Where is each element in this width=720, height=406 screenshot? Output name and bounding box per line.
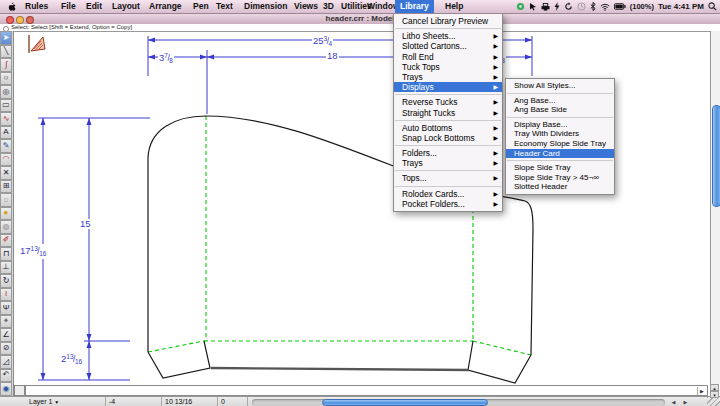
squiggle-tool[interactable]: ≀ (0, 288, 12, 302)
menu-edit[interactable]: Edit (81, 0, 107, 13)
menu-item-slope-side-tray-45[interactable]: Slope Side Tray > 45¬∞ (506, 173, 614, 183)
arc-tool[interactable]: ∫ (0, 58, 12, 72)
menu-pen[interactable]: Pen (188, 0, 214, 13)
menu-text[interactable]: Text (211, 0, 238, 13)
menu-item-slope-side-tray[interactable]: Slope Side Tray (506, 163, 614, 173)
submenu-arrow-icon: ▶ (493, 41, 498, 51)
menu-item-display-base[interactable]: Display Base... (506, 120, 614, 130)
rectangle-tool[interactable]: ▭ (0, 99, 12, 113)
menu-item-displays[interactable]: Displays▶ (394, 82, 502, 92)
scroll-right-icon[interactable]: ▶ (697, 387, 706, 395)
menu-item-trays[interactable]: Trays▶ (394, 158, 502, 168)
dim-left-tab: 37/8 (158, 51, 174, 66)
bluetooth-icon[interactable] (590, 2, 596, 11)
menu-item-tuck-tops[interactable]: Tuck Tops▶ (394, 62, 502, 72)
rotate-tool[interactable]: ↻ (0, 274, 12, 288)
offset-tool[interactable]: ◍ (0, 220, 12, 234)
menu-item-tray-with-dividers[interactable]: Tray With Dividers (506, 129, 614, 139)
text-tool[interactable]: A (0, 126, 12, 140)
menu-item-slotted-header[interactable]: Slotted Header (506, 182, 614, 192)
menu-layout[interactable]: Layout (107, 0, 145, 13)
scroll-right-button[interactable]: ▶ (680, 399, 691, 406)
prompt-bar: Select: Select [Shift = Extend, Option =… (0, 24, 720, 32)
menubar-clock[interactable]: Tue 4:41 PM (658, 2, 704, 11)
concentric-circle-tool[interactable]: ◎ (0, 85, 12, 99)
menu-item-slotted-cartons[interactable]: Slotted Cartons...▶ (394, 41, 502, 51)
pencil-tool[interactable]: ✎ (0, 139, 12, 153)
menu-item-pocket-folders[interactable]: Pocket Folders...▶ (394, 199, 502, 209)
submenu-arrow-icon: ▶ (493, 173, 498, 183)
fillet-tool[interactable]: ◠ (0, 153, 12, 167)
trim-tool[interactable]: ✕ (0, 166, 12, 180)
prompt-text: Select: Select [Shift = Extend, Option =… (11, 24, 132, 31)
power-icon[interactable] (554, 2, 560, 11)
wifi-icon[interactable] (600, 3, 610, 11)
horizontal-scrollbar-thumb[interactable] (322, 399, 488, 406)
dimension-pen-tool[interactable]: ✐ (0, 234, 12, 248)
menu-item-snap-lock-bottoms[interactable]: Snap Lock Bottoms▶ (394, 133, 502, 143)
menu-item-header-card[interactable]: Header Card (506, 149, 614, 159)
dim-height-left: 1713/16 (19, 244, 47, 259)
sync-icon[interactable] (564, 2, 573, 11)
curve-edit-tool[interactable]: ↶ (0, 369, 12, 383)
printer-icon[interactable] (541, 3, 550, 11)
menu-help[interactable]: Help (440, 0, 468, 13)
scroll-down-button[interactable]: ▼ (710, 391, 719, 398)
menu-item-cancel-library-preview[interactable]: Cancel Library Preview (394, 16, 502, 26)
menu-item-rolodex-cards[interactable]: Rolodex Cards...▶ (394, 189, 502, 199)
menu-item-tops[interactable]: Tops...▶ (394, 173, 502, 183)
submenu-arrow-icon: ▶ (493, 52, 498, 62)
menu-item-folders[interactable]: Folders...▶ (394, 148, 502, 158)
center-point-tool[interactable]: ◉ (0, 382, 12, 396)
circle-tool[interactable]: ○ (0, 72, 12, 86)
layer-dropdown[interactable]: Layer 1 ▼ (26, 397, 106, 406)
perpendicular-tool[interactable]: ⊥ (0, 261, 12, 275)
coord-y-field: 10 13/16 (162, 397, 218, 406)
menu-item-auto-bottoms[interactable]: Auto Bottoms▶ (394, 123, 502, 133)
chamfer-tool[interactable]: ◿ (0, 355, 12, 369)
menu-item-litho-sheets[interactable]: Litho Sheets...▶ (394, 31, 502, 41)
flag-tool[interactable]: ⌖ (0, 315, 12, 329)
menu-item-show-all-styles[interactable]: Show All Styles... (506, 81, 614, 91)
line-tool[interactable]: ╲ (0, 45, 12, 59)
submenu-arrow-icon: ▶ (493, 148, 498, 158)
menu-item-roll-end[interactable]: Roll End▶ (394, 52, 502, 62)
dimension-tool[interactable]: ⊓ (0, 247, 12, 261)
menu-item-reverse-tucks[interactable]: Reverse Tucks▶ (394, 97, 502, 107)
menu-dimension[interactable]: Dimension (239, 0, 292, 13)
scroll-left-button[interactable]: ◀ (668, 399, 679, 406)
submenu-arrow-icon: ▶ (493, 123, 498, 133)
menubar: RulesFileEditLayoutArrangePenTextDimensi… (0, 0, 720, 14)
zoom-tool[interactable]: ◌ (0, 193, 12, 207)
spotlight-icon[interactable] (708, 2, 717, 11)
clock-icon[interactable] (577, 2, 586, 11)
dim-top-inner: 18/ (326, 51, 339, 61)
menu-file[interactable]: File (56, 0, 81, 13)
menu-rules[interactable]: Rules (20, 0, 53, 13)
vertical-scrollbar-thumb[interactable] (712, 105, 720, 207)
render-tool[interactable]: ● (0, 207, 12, 221)
extend-tool[interactable]: ⊞ (0, 180, 12, 194)
select-tool[interactable]: ➤ (0, 31, 12, 45)
scroll-up-button[interactable]: ▲ (710, 384, 719, 391)
divide-tool[interactable]: Ψ (0, 301, 12, 315)
app-icon[interactable] (516, 2, 525, 11)
spline-tool[interactable]: ∿ (0, 112, 12, 126)
hatch-tool[interactable]: ⊘ (0, 342, 12, 356)
menu-library[interactable]: Library (395, 0, 434, 13)
menu-item-trays[interactable]: Trays▶ (394, 72, 502, 82)
menu-item-ang-base[interactable]: Ang Base... (506, 96, 614, 106)
menu-item-ang-base-side[interactable]: Ang Base Side (506, 105, 614, 115)
menu-item-straight-tucks[interactable]: Straight Tucks▶ (394, 108, 502, 118)
vertical-scrollbar[interactable] (710, 31, 720, 384)
ruler-scrollbar[interactable]: ▶ (25, 385, 708, 396)
menu-item-economy-slope-side-tray[interactable]: Economy Slope Side Tray (506, 139, 614, 149)
angle-tool[interactable]: ∠ (0, 328, 12, 342)
battery-icon[interactable] (614, 3, 626, 10)
horizontal-scrollbar[interactable] (252, 399, 665, 406)
submenu-arrow-icon: ▶ (493, 97, 498, 107)
menu-arrange[interactable]: Arrange (144, 0, 187, 13)
apple-menu-icon[interactable] (7, 2, 16, 12)
cursor-icon[interactable] (529, 2, 537, 11)
displays-submenu: Show All Styles...Ang Base...Ang Base Si… (505, 78, 615, 195)
